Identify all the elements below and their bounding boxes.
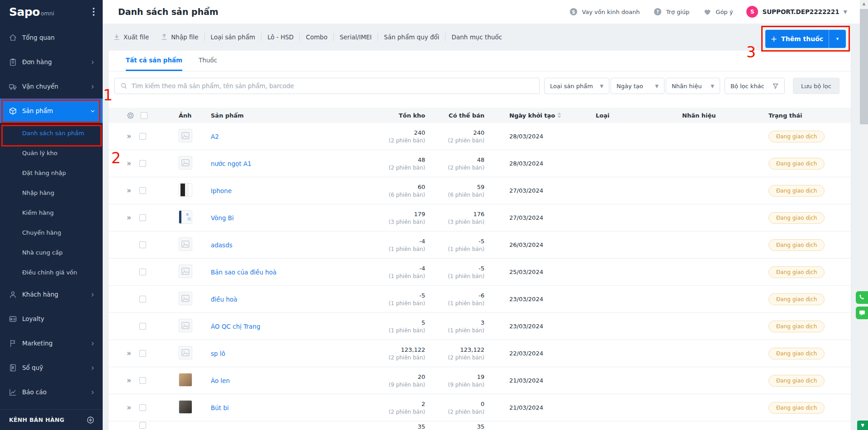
toolbar-action-loai-san-pham[interactable]: Loại sản phẩm (205, 33, 261, 41)
sidebar-subitem-dat-hang-nhap[interactable]: Đặt hàng nhập (0, 163, 103, 183)
expand-row-icon[interactable]: » (127, 350, 133, 357)
filter-dropdown-nhan-hieu[interactable]: Nhãn hiệu ▼ (666, 78, 720, 94)
filter-dropdown-ngay-tao[interactable]: Ngày tạo ▼ (611, 78, 664, 94)
sidebar-item-khach-hang[interactable]: Khách hàng (0, 282, 103, 307)
search-input[interactable] (132, 82, 534, 90)
sidebar-subitem-nha-cung-cap[interactable]: Nhà cung cấp (0, 242, 103, 262)
header-link-gop-y[interactable]: Góp ý (703, 7, 733, 16)
expand-row-icon[interactable]: » (127, 377, 133, 384)
row-checkbox[interactable] (139, 133, 146, 140)
filter-dropdown-label: Nhãn hiệu (672, 83, 702, 90)
header-link-tro-giup[interactable]: ? Trợ giúp (653, 7, 689, 16)
row-checkbox[interactable] (139, 187, 146, 194)
product-name-link[interactable]: điều hoà (211, 296, 237, 303)
sidebar-item-tong-quan[interactable]: Tổng quan (0, 25, 103, 50)
tab-thuoc[interactable]: Thuốc (199, 57, 217, 71)
row-checkbox[interactable] (139, 422, 146, 429)
sidebar-item-marketing[interactable]: Marketing (0, 331, 103, 355)
phone-support-button[interactable] (856, 291, 868, 304)
sidebar-subitem-kiem-hang[interactable]: Kiểm hàng (0, 203, 103, 222)
toolbar-action-lo-hsd[interactable]: Lô - HSD (261, 33, 299, 41)
row-checkbox[interactable] (139, 241, 146, 248)
row-checkbox[interactable] (139, 214, 146, 221)
filter-dropdown-loai-san-pham[interactable]: Loại sản phẩm ▼ (544, 78, 609, 94)
created-date: 27/03/2024 (484, 187, 596, 194)
row-checkbox[interactable] (139, 296, 146, 302)
sidebar-subitem-nhap-hang[interactable]: Nhập hàng (0, 183, 103, 203)
col-header-created[interactable]: Ngày khởi tạo (484, 112, 596, 119)
toolbar-action-serial-imei[interactable]: Serial/IMEI (334, 33, 378, 41)
available-variant-note: (9 phiên bản) (425, 382, 484, 388)
user-menu[interactable]: S SUPPORT.DEP2222221 ▼ (746, 6, 847, 18)
toolbar-action-san-pham-quy-doi[interactable]: Sản phẩm quy đổi (378, 33, 446, 41)
product-name-link[interactable]: A2 (211, 133, 219, 140)
download-icon (113, 33, 120, 41)
more-filters-button[interactable]: Bộ lọc khác (725, 78, 785, 94)
product-name-link[interactable]: Vòng Bi (211, 214, 234, 222)
product-name-link[interactable]: sp lô (211, 350, 225, 357)
product-image (179, 129, 192, 142)
row-checkbox[interactable] (139, 269, 146, 275)
expand-row-icon[interactable]: » (127, 214, 133, 222)
expand-row-icon[interactable]: » (127, 160, 133, 167)
sidebar-item-van-chuyen[interactable]: Vận chuyển (0, 74, 103, 99)
product-name-link[interactable]: Bút bi (211, 404, 229, 411)
chat-widget-collapse-button[interactable]: ▼ (857, 421, 868, 430)
available-variant-note: (6 phiên bản) (425, 192, 484, 198)
product-name-link[interactable]: ÁO QC chị Trang (211, 323, 261, 330)
sidebar-subitem-quan-ly-kho[interactable]: Quản lý kho (0, 143, 103, 163)
sidebar-subitem-dieu-chinh-gia-von[interactable]: Điều chỉnh giá vốn (0, 262, 103, 282)
sidebar-item-label: Tổng quan (22, 34, 55, 41)
product-name-link[interactable]: Áo len (211, 377, 230, 384)
scrollbar-thumb[interactable] (860, 9, 868, 124)
vertical-scrollbar[interactable]: ▲ (860, 0, 868, 430)
expand-row-icon[interactable]: » (127, 132, 133, 140)
stock-value: -5 (362, 292, 425, 299)
header-link-vay-von[interactable]: $ Vay vốn kinh doanh (569, 7, 640, 16)
row-checkbox[interactable] (139, 323, 146, 330)
product-name-link[interactable]: Bản sao của điều hoà (211, 269, 276, 276)
add-drug-button[interactable]: + Thêm thuốc (765, 30, 829, 48)
row-checkbox[interactable] (139, 350, 146, 357)
chevron-right-icon (90, 59, 95, 65)
scroll-up-arrow-icon[interactable]: ▲ (860, 1, 868, 6)
sales-channel-label: KÊNH BÁN HÀNG (9, 416, 64, 423)
column-settings-gear-icon[interactable] (127, 112, 134, 119)
add-drug-dropdown-caret[interactable]: ▼ (829, 30, 846, 48)
sidebar-subitem-label: Nhà cung cấp (22, 249, 62, 256)
tab-tat-ca-san-pham[interactable]: Tất cả sản phẩm (126, 57, 182, 71)
kebab-menu-icon[interactable] (93, 8, 95, 16)
search-icon (120, 82, 128, 90)
product-name-link[interactable]: adasds (211, 241, 232, 249)
toolbar-action-xuat-file[interactable]: Xuất file (113, 33, 155, 41)
annotation-number-1: 1 (103, 86, 113, 104)
sidebar-item-don-hang[interactable]: Đơn hàng (0, 50, 103, 74)
save-filter-button[interactable]: Lưu bộ lọc (793, 78, 840, 94)
product-list-card: Tất cả sản phẩm Thuốc Loại sản phẩm ▼ Ng… (109, 51, 851, 430)
product-name-link[interactable]: nước ngọt A1 (211, 160, 251, 167)
sidebar-item-san-pham[interactable]: Sản phẩm (0, 99, 103, 123)
product-name-link[interactable]: Iphone (211, 187, 232, 194)
expand-row-icon[interactable]: » (127, 187, 133, 194)
col-header-image: Ảnh (179, 112, 211, 119)
row-checkbox[interactable] (139, 404, 146, 411)
product-image (179, 265, 192, 278)
toolbar-action-combo[interactable]: Combo (300, 33, 333, 41)
sidebar-subitem-label: Quản lý kho (22, 150, 57, 156)
expand-row-icon[interactable]: » (127, 404, 133, 411)
add-channel-plus-icon[interactable] (86, 416, 95, 424)
sidebar-subitem-chuyen-hang[interactable]: Chuyển hàng (0, 222, 103, 242)
sidebar-item-so-quy[interactable]: Sổ quỹ (0, 355, 103, 380)
toolbar-action-nhap-file[interactable]: Nhập file (155, 33, 204, 41)
stock-variant-note: (2 phiên bản) (362, 409, 425, 415)
sidebar-subitem-danh-sach-san-pham[interactable]: Danh sách sản phẩm (0, 123, 103, 143)
upload-icon (161, 33, 168, 41)
toolbar-action-danh-muc-thuoc[interactable]: Danh mục thuốc (446, 33, 508, 41)
sidebar-item-loyalty[interactable]: Loyalty (0, 307, 103, 331)
sidebar-nav: Tổng quan Đơn hàng Vận chuyển Sản phẩm D… (0, 25, 103, 404)
row-checkbox[interactable] (139, 377, 146, 384)
row-checkbox[interactable] (139, 160, 146, 167)
select-all-checkbox[interactable] (141, 112, 147, 119)
chat-support-button[interactable] (856, 307, 868, 319)
sidebar-item-bao-cao[interactable]: Báo cáo (0, 380, 103, 404)
